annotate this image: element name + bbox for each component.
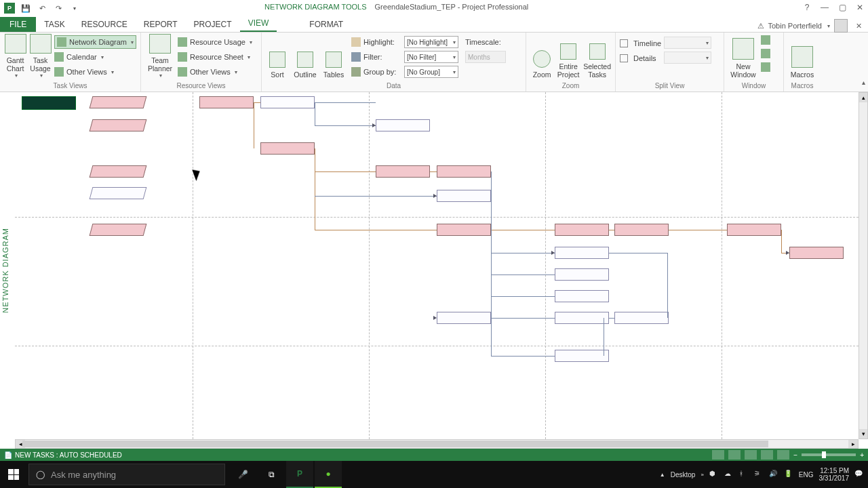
task-node[interactable] xyxy=(90,119,147,131)
task-node[interactable] xyxy=(90,224,147,236)
tray-volume-icon[interactable]: 🔊 xyxy=(769,470,778,479)
entire-project-button[interactable]: Entire Project xyxy=(556,34,580,80)
tray-bluetooth-icon[interactable]: ᚼ xyxy=(739,470,749,479)
horizontal-scrollbar[interactable]: ◂ ▸ xyxy=(15,439,859,449)
other-task-views-button[interactable]: Other Views▾ xyxy=(54,65,136,79)
task-node[interactable] xyxy=(199,96,254,108)
task-node[interactable] xyxy=(22,96,76,110)
macros-button[interactable]: Macros xyxy=(788,34,816,80)
arrange-all-icon[interactable] xyxy=(761,49,770,58)
taskbar-app-camtasia[interactable]: ● xyxy=(315,461,342,488)
start-button[interactable] xyxy=(0,461,27,488)
qat-customize-icon[interactable]: ▾ xyxy=(69,3,80,14)
tables-button[interactable]: Tables xyxy=(321,34,346,80)
zoom-button[interactable]: Zoom xyxy=(530,34,553,80)
view-shortcut-resource-sheet[interactable] xyxy=(761,450,773,460)
task-usage-button[interactable]: Task Usage▾ xyxy=(29,34,52,80)
tray-desktop-label[interactable]: Desktop xyxy=(671,471,696,479)
task-node[interactable] xyxy=(555,350,609,362)
resource-usage-button[interactable]: Resource Usage▾ xyxy=(178,35,252,49)
view-shortcut-gantt[interactable] xyxy=(712,450,724,460)
tab-resource[interactable]: RESOURCE xyxy=(73,17,136,32)
tray-icon[interactable]: ⬢ xyxy=(709,470,719,479)
scroll-down-icon[interactable]: ▾ xyxy=(859,429,867,439)
show-hidden-icons[interactable]: » xyxy=(701,472,703,478)
tray-network-icon[interactable]: ⚞ xyxy=(754,470,764,479)
minimize-icon[interactable]: — xyxy=(818,1,831,14)
show-desktop-button[interactable]: ▲ xyxy=(660,472,665,478)
zoom-slider[interactable] xyxy=(802,453,856,456)
details-checkbox[interactable]: Details xyxy=(620,52,661,65)
tray-language[interactable]: ENG xyxy=(799,471,814,479)
network-diagram-button[interactable]: Network Diagram▾ xyxy=(54,35,136,49)
task-node[interactable] xyxy=(555,290,609,302)
tray-power-icon[interactable]: 🔋 xyxy=(784,470,793,479)
taskbar-app-project[interactable]: P xyxy=(286,461,313,488)
task-node[interactable] xyxy=(437,165,491,178)
task-node[interactable] xyxy=(260,96,315,108)
calendar-button[interactable]: Calendar▾ xyxy=(54,50,136,64)
avatar[interactable] xyxy=(834,19,848,33)
other-resource-views-button[interactable]: Other Views▾ xyxy=(178,65,252,79)
tray-clock[interactable]: 12:15 PM 3/31/2017 xyxy=(819,467,850,482)
task-view-icon[interactable]: ⧉ xyxy=(258,461,285,488)
user-name[interactable]: Tobin Porterfield xyxy=(768,22,823,30)
vertical-scrollbar[interactable]: ▴ ▾ xyxy=(859,92,868,439)
task-node[interactable] xyxy=(614,224,669,236)
view-shortcut-task-usage[interactable] xyxy=(728,450,741,460)
help-icon[interactable]: ? xyxy=(800,1,814,14)
task-node[interactable] xyxy=(437,190,491,202)
task-node[interactable] xyxy=(727,224,781,236)
tab-task[interactable]: TASK xyxy=(36,17,73,32)
sort-button[interactable]: Sort xyxy=(266,34,289,80)
zoom-in-icon[interactable]: + xyxy=(860,451,864,459)
task-node[interactable] xyxy=(555,312,609,324)
group-select[interactable]: [No Group]▾ xyxy=(404,66,458,78)
gantt-chart-button[interactable]: Gantt Chart▾ xyxy=(4,34,26,80)
redo-icon[interactable]: ↷ xyxy=(53,3,64,14)
task-node[interactable] xyxy=(260,142,315,155)
task-node[interactable] xyxy=(555,224,609,236)
task-node[interactable] xyxy=(376,165,430,178)
timeline-checkbox[interactable]: Timeline xyxy=(620,37,661,50)
team-planner-button[interactable]: Team Planner▾ xyxy=(145,34,175,80)
undo-icon[interactable]: ↶ xyxy=(37,3,47,14)
switch-windows-icon[interactable] xyxy=(761,35,770,45)
ribbon-close-icon[interactable]: ✕ xyxy=(852,20,865,32)
task-node[interactable] xyxy=(789,247,844,259)
task-node[interactable] xyxy=(90,165,147,178)
task-node[interactable] xyxy=(614,312,669,324)
collapse-ribbon-icon[interactable]: ▴ xyxy=(862,79,865,86)
task-node[interactable] xyxy=(437,312,491,324)
user-dropdown-icon[interactable]: ▾ xyxy=(827,23,830,29)
mic-icon[interactable]: 🎤 xyxy=(229,461,256,488)
tab-project[interactable]: PROJECT xyxy=(186,17,240,32)
task-node[interactable] xyxy=(555,268,609,281)
view-shortcut-report[interactable] xyxy=(777,450,789,460)
restore-icon[interactable]: ▢ xyxy=(835,1,849,14)
cortana-search[interactable]: ◯ Ask me anything xyxy=(28,464,225,485)
outline-button[interactable]: Outline xyxy=(292,34,319,80)
new-window-button[interactable]: New Window xyxy=(728,34,758,80)
tab-file[interactable]: FILE xyxy=(0,17,36,32)
tab-view[interactable]: VIEW xyxy=(240,16,277,32)
task-node[interactable] xyxy=(437,224,491,236)
task-node[interactable] xyxy=(90,187,147,199)
filter-select[interactable]: [No Filter]▾ xyxy=(404,51,458,63)
selected-tasks-button[interactable]: Selected Tasks xyxy=(583,34,611,80)
highlight-select[interactable]: [No Highlight]▾ xyxy=(404,36,458,48)
hide-icon[interactable] xyxy=(761,62,770,72)
resource-sheet-button[interactable]: Resource Sheet▾ xyxy=(178,50,252,64)
new-tasks-mode-icon[interactable]: 📄 xyxy=(4,451,12,459)
scroll-up-icon[interactable]: ▴ xyxy=(859,93,867,102)
view-shortcut-team-planner[interactable] xyxy=(745,450,757,460)
tray-onedrive-icon[interactable]: ☁ xyxy=(724,470,734,479)
network-diagram-canvas[interactable] xyxy=(15,92,859,439)
task-node[interactable] xyxy=(555,247,609,259)
tab-format[interactable]: FORMAT xyxy=(301,17,351,32)
scroll-right-icon[interactable]: ▸ xyxy=(848,440,858,448)
action-center-icon[interactable]: 💬 xyxy=(854,470,864,479)
close-icon[interactable]: ✕ xyxy=(853,1,867,14)
save-icon[interactable]: 💾 xyxy=(20,3,31,14)
task-node[interactable] xyxy=(376,119,430,131)
